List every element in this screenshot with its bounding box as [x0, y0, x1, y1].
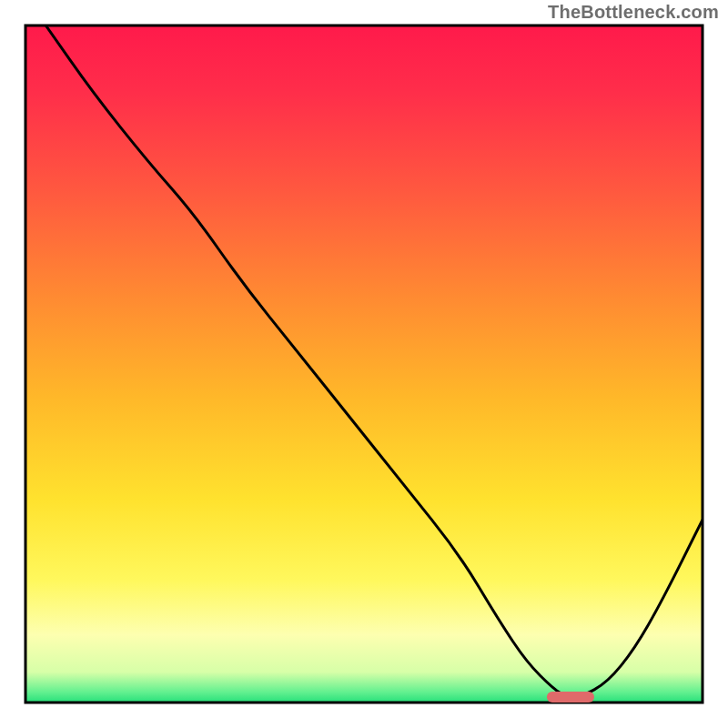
- plot-background: [25, 25, 703, 703]
- bottleneck-chart: [0, 0, 728, 728]
- highlight-marker: [547, 692, 594, 703]
- chart-container: TheBottleneck.com: [0, 0, 728, 728]
- watermark-text: TheBottleneck.com: [548, 2, 719, 23]
